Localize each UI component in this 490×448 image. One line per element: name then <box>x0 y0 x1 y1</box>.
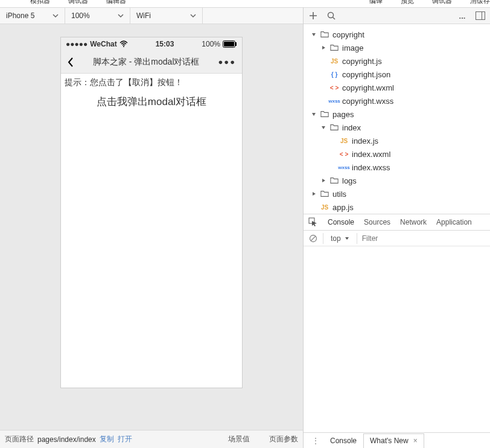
tree-row[interactable]: wxsscopyright.wxss <box>304 94 490 107</box>
more-icon[interactable]: ... <box>457 11 467 21</box>
folder-icon <box>319 110 330 118</box>
drawer-tab-whatsnew[interactable]: What's New × <box>363 434 424 449</box>
svg-rect-6 <box>482 12 485 20</box>
tab-application[interactable]: Application <box>436 218 472 226</box>
inspect-element-icon[interactable] <box>308 217 318 227</box>
footer-params-label[interactable]: 页面参数 <box>269 434 298 444</box>
menu-item[interactable]: 调试器 <box>68 0 88 5</box>
tree-row[interactable]: logs <box>304 174 490 187</box>
search-icon[interactable] <box>326 11 336 21</box>
tree-row[interactable]: JSapp.js <box>304 200 490 214</box>
network-value: WiFi <box>136 11 151 20</box>
add-icon[interactable] <box>308 11 318 21</box>
page-body: 提示：您点击了【取消】按钮！ 点击我弹出modal对话框 <box>61 74 242 388</box>
wifi-icon <box>119 40 128 48</box>
more-icon[interactable]: ●●● <box>218 57 236 66</box>
device-toolbar: iPhone 5 100% WiFi <box>0 7 303 24</box>
tree-label: copyright.js <box>342 57 382 66</box>
zoom-value: 100% <box>71 11 90 20</box>
signal-dots-icon: ●●●●● <box>66 40 88 48</box>
tree-label: copyright.wxml <box>342 83 394 92</box>
chevron-down-icon <box>118 13 124 19</box>
footer-copy-link[interactable]: 复制 <box>100 434 114 444</box>
folder-icon <box>329 176 340 185</box>
context-select[interactable]: top <box>328 234 352 243</box>
tree-row[interactable]: index <box>304 121 490 134</box>
tree-row[interactable]: JScopyright.js <box>304 54 490 68</box>
menu-item[interactable]: 清缓存 <box>470 0 490 5</box>
disclosure-triangle-icon[interactable] <box>320 178 326 184</box>
disclosure-triangle-icon <box>330 151 336 157</box>
console-output <box>304 246 490 432</box>
disclosure-triangle-icon[interactable] <box>311 111 317 117</box>
svg-rect-5 <box>476 12 485 20</box>
js-file-icon: JS <box>339 138 349 144</box>
tree-row[interactable]: < >copyright.wxml <box>304 81 490 94</box>
filter-input[interactable] <box>362 234 398 243</box>
menu-item[interactable]: 预览 <box>401 0 414 5</box>
back-icon[interactable] <box>67 57 74 68</box>
context-value: top <box>331 234 341 243</box>
tree-label: logs <box>342 176 357 185</box>
menu-item[interactable]: 编译 <box>369 0 383 5</box>
disclosure-triangle-icon <box>320 98 326 104</box>
footer-open-link[interactable]: 打开 <box>118 434 132 444</box>
tree-row[interactable]: copyright <box>304 28 490 41</box>
folder-icon <box>319 30 330 39</box>
tab-sources[interactable]: Sources <box>364 218 390 226</box>
tree-label: copyright <box>332 30 364 39</box>
svg-rect-3 <box>235 42 237 46</box>
explorer-toolbar: ... <box>304 7 490 24</box>
tree-row[interactable]: < >index.wxml <box>304 147 490 161</box>
tree-row[interactable]: { }copyright.json <box>304 68 490 81</box>
statusbar-right: 100% <box>202 40 237 48</box>
devtools-tabs: Console Sources Network Application <box>304 214 490 231</box>
menu-item[interactable]: 编辑器 <box>106 0 126 5</box>
svg-point-0 <box>123 46 124 47</box>
json-file-icon: { } <box>329 71 340 78</box>
tree-row[interactable]: JSindex.js <box>304 134 490 147</box>
hint-text: 提示：您点击了【取消】按钮！ <box>65 77 238 88</box>
page-title: 脚本之家 - 弹出modal对话框 <box>74 57 218 68</box>
kebab-menu-icon[interactable]: ⋮ <box>307 437 324 445</box>
js-file-icon: JS <box>319 204 330 211</box>
tab-network[interactable]: Network <box>400 218 427 226</box>
menu-item[interactable]: 模拟器 <box>30 0 50 5</box>
wxml-file-icon: < > <box>339 151 349 158</box>
carrier-label: WeChat <box>90 40 116 48</box>
disclosure-triangle-icon[interactable] <box>311 31 317 37</box>
svg-rect-2 <box>224 42 234 46</box>
tree-label: app.js <box>332 203 354 212</box>
tree-label: index.wxml <box>352 150 390 159</box>
footer-scene-label[interactable]: 场景值 <box>228 434 250 444</box>
disclosure-triangle-icon[interactable] <box>311 191 317 197</box>
console-filter-bar: top <box>304 231 490 246</box>
close-icon[interactable]: × <box>413 437 418 445</box>
disclosure-triangle-icon[interactable] <box>320 45 326 51</box>
tree-row[interactable]: pages <box>304 107 490 121</box>
device-name: iPhone 5 <box>6 11 34 20</box>
tree-label: index <box>342 123 361 132</box>
wxml-file-icon: < > <box>329 85 340 91</box>
tree-row[interactable]: utils <box>304 187 490 200</box>
tree-row[interactable]: image <box>304 41 490 54</box>
folder-icon <box>329 123 340 132</box>
disclosure-triangle-icon <box>330 164 336 170</box>
device-select[interactable]: iPhone 5 <box>0 8 65 24</box>
tree-label: pages <box>332 110 354 119</box>
open-modal-button[interactable]: 点击我弹出modal对话框 <box>65 93 238 110</box>
disclosure-triangle-icon <box>320 85 326 91</box>
zoom-select[interactable]: 100% <box>65 8 130 24</box>
clear-console-icon[interactable] <box>308 234 318 243</box>
menu-item[interactable]: 调试器 <box>432 0 452 5</box>
file-tree[interactable]: copyrightimageJScopyright.js{ }copyright… <box>304 24 490 214</box>
drawer-tab-console[interactable]: Console <box>324 433 363 448</box>
disclosure-triangle-icon[interactable] <box>320 124 326 130</box>
panel-toggle-icon[interactable] <box>476 11 485 21</box>
phone-navbar: 脚本之家 - 弹出modal对话框 ●●● <box>61 51 242 74</box>
network-select[interactable]: WiFi <box>130 8 203 24</box>
tree-row[interactable]: wxssindex.wxss <box>304 161 490 174</box>
tab-console[interactable]: Console <box>328 218 354 226</box>
devtools-drawer-tabs: ⋮ Console What's New × <box>304 432 490 448</box>
tree-label: utils <box>332 190 346 199</box>
